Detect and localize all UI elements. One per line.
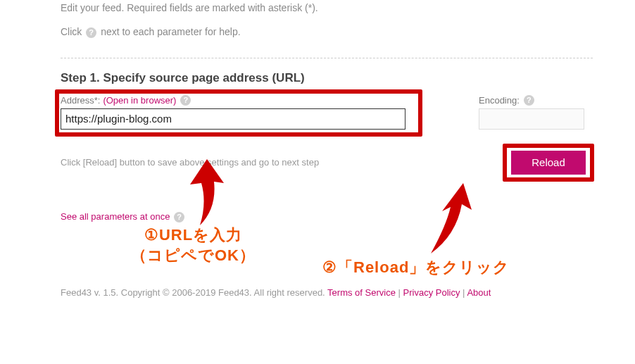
footer: Feed43 v. 1.5. Copyright © 2006-2019 Fee… [61, 287, 593, 298]
encoding-label-row: Encoding: ? [479, 95, 605, 106]
intro-text-2b: next to each parameter for help. [101, 26, 240, 37]
footer-privacy-link[interactable]: Privacy Policy [403, 287, 460, 298]
open-in-browser-link[interactable]: (Open in browser) [103, 95, 176, 106]
help-icon[interactable]: ? [524, 95, 534, 106]
help-icon[interactable]: ? [174, 212, 184, 222]
footer-mid: 2006-2019 Feed43. All right reserved. [172, 287, 327, 298]
intro-text-1: Edit your feed. Required fields are mark… [61, 0, 593, 13]
encoding-field-group: Encoding: ? [479, 95, 605, 130]
address-label-row: Address*: (Open in browser) ? [61, 95, 420, 106]
intro-text-2a: Click [61, 26, 82, 37]
footer-sep: | [398, 287, 403, 298]
footer-tos-link[interactable]: Terms of Service [327, 287, 396, 298]
reload-button[interactable]: Reload [511, 151, 586, 175]
see-all-row: See all parameters at once ? [61, 211, 593, 222]
footer-prefix: Feed43 v. 1.5. Copyright © [61, 287, 172, 298]
encoding-label: Encoding: [479, 95, 520, 106]
footer-about-link[interactable]: About [467, 287, 491, 298]
encoding-input[interactable] [479, 108, 584, 130]
step1-title: Step 1. Specify source page address (URL… [61, 71, 593, 85]
help-icon[interactable]: ? [86, 27, 96, 38]
form-row: Address*: (Open in browser) ? Encoding: … [61, 95, 593, 130]
address-field-group: Address*: (Open in browser) ? [61, 95, 420, 130]
section-divider [61, 58, 593, 58]
address-input[interactable] [61, 108, 405, 130]
intro-text-2: Click ? next to each parameter for help. [61, 26, 593, 38]
reload-hint: Click [Reload] button to save above sett… [61, 157, 319, 168]
action-row: Click [Reload] button to save above sett… [61, 151, 593, 175]
address-label: Address*: [61, 95, 100, 106]
help-icon[interactable]: ? [180, 95, 191, 106]
see-all-parameters-link[interactable]: See all parameters at once [61, 211, 170, 222]
reload-button-wrap: Reload [511, 151, 586, 175]
